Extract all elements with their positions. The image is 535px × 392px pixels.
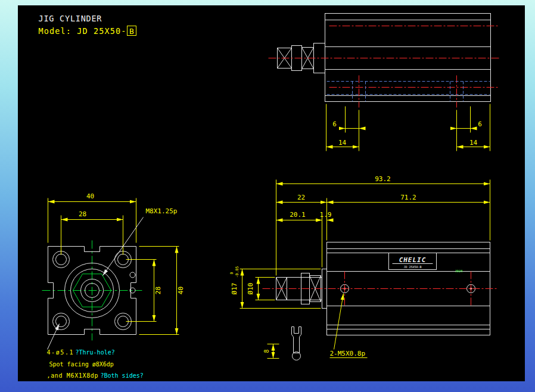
dim-left-14: 14 (338, 139, 347, 147)
dim-dia17: Ø17 (231, 283, 238, 295)
dim-hole-spacing-28: 28 (79, 210, 86, 218)
note-thru-hole-alt: ?Thru-hole? (76, 349, 115, 356)
dim-dia10: Ø10 (247, 283, 254, 295)
note-thread-alt: ?Both sides? (101, 372, 144, 379)
port-thread-label: 2-M5X0.8p (330, 350, 366, 357)
dim-right-14: 14 (469, 139, 478, 147)
rod-thread-label: M8X1.25p (146, 207, 178, 215)
dim-flats-8: 8 (263, 349, 270, 353)
dim-dia17-tol-lower: -0.05 (235, 266, 239, 278)
dim-22: 22 (297, 194, 305, 201)
drawing-title: JIG CYLINDER (39, 14, 102, 23)
dim-hole-spacing-v-28: 28 (154, 287, 162, 294)
dim-712: 71.2 (400, 194, 416, 201)
body-marking: JD25 (455, 269, 463, 273)
logo-sub: JD 25X50-B (403, 265, 421, 269)
dim-right-6: 6 (478, 120, 482, 128)
dim-width-40: 40 (86, 192, 94, 200)
model-revision: B (129, 27, 134, 36)
dim-height-40: 40 (177, 287, 185, 294)
model-label: Model: JD 25X50- (39, 26, 126, 36)
cad-drawing: JIG CYLINDER Model: JD 25X50- B (0, 0, 535, 392)
logo-name: CHELIC (399, 256, 427, 264)
dim-left-6: 6 (332, 120, 337, 128)
dim-dia17-tol-upper: 0 (229, 272, 234, 274)
dim-total-932: 93.2 (375, 175, 391, 183)
dim-19: 1.9 (320, 211, 332, 219)
note-spot-facing: Spot facing ø8X6dp (49, 361, 114, 368)
dim-201: 20.1 (290, 211, 306, 219)
note-thread-main: ,and M6X1X8dp (47, 372, 98, 379)
